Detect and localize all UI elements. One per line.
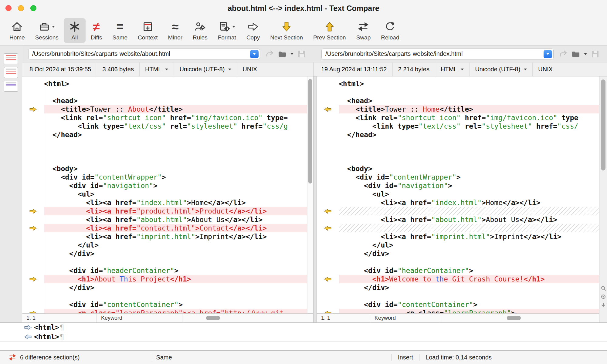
- section-arrow-left-icon[interactable]: [24, 334, 32, 339]
- toolbar-home[interactable]: Home: [4, 18, 30, 43]
- code-line[interactable]: <li><a href="index.html">Home</a></li>: [44, 198, 307, 207]
- folder-menu-chevron-icon[interactable]: [584, 53, 587, 55]
- merge-arrow-left-icon[interactable]: [324, 107, 331, 112]
- code-row[interactable]: <link type="text/css" rel="stylesheet" h…: [317, 122, 599, 130]
- left-horizontal-scrollbar[interactable]: [182, 314, 313, 322]
- code-row[interactable]: <div id="contentContainer">: [317, 300, 599, 309]
- code-line[interactable]: </div>: [44, 249, 307, 258]
- left-path-input[interactable]: [29, 50, 248, 57]
- code-row[interactable]: <div id="headerContainer">: [22, 266, 307, 275]
- code-line[interactable]: <div id="navigation">: [44, 181, 307, 190]
- code-row[interactable]: <body>: [22, 164, 307, 173]
- code-row[interactable]: <title>Tower :: Home</title>: [317, 105, 599, 113]
- right-encoding-select[interactable]: Unicode (UTF-8): [470, 62, 533, 76]
- merge-arrow-left-icon[interactable]: [324, 311, 331, 314]
- code-line[interactable]: [339, 147, 599, 156]
- code-row[interactable]: <div id="navigation">: [317, 181, 599, 190]
- save-icon[interactable]: [297, 49, 306, 59]
- code-line[interactable]: <link type="text/css" rel="stylesheet" h…: [339, 122, 599, 130]
- code-line[interactable]: <body>: [339, 164, 599, 173]
- code-row[interactable]: <link rel="shortcut icon" href="img/favi…: [317, 113, 599, 122]
- code-line[interactable]: </div>: [339, 249, 599, 258]
- code-row[interactable]: <h1>About This Project</h1>: [22, 275, 307, 283]
- code-line[interactable]: <div id="contentWrapper">: [44, 173, 307, 181]
- code-row[interactable]: </div>: [22, 249, 307, 258]
- toolbar-sessions[interactable]: Sessions: [30, 18, 64, 43]
- right-code-pane[interactable]: <html> <head> <title>Tower :: Home</titl…: [317, 76, 599, 322]
- code-row[interactable]: <div id="contentWrapper">: [317, 173, 599, 181]
- zoom-button[interactable]: [30, 5, 36, 11]
- code-row[interactable]: <div id="headerContainer">: [317, 266, 599, 275]
- code-row[interactable]: <div id="contentWrapper">: [22, 173, 307, 181]
- merge-arrow-right-icon[interactable]: [29, 277, 37, 282]
- right-code[interactable]: <html> <head> <title>Tower :: Home</titl…: [317, 76, 599, 313]
- toolbar-context[interactable]: Context: [133, 18, 163, 43]
- code-line[interactable]: [339, 292, 599, 300]
- code-line[interactable]: <li><a href="contact.html">Contact</a></…: [44, 224, 307, 232]
- code-line[interactable]: [44, 292, 307, 300]
- toolbar-copy[interactable]: Copy: [241, 18, 265, 43]
- code-row[interactable]: </div>: [22, 283, 307, 292]
- code-line[interactable]: <h1>Welcome to the Git Crash Course!</h1…: [339, 275, 599, 283]
- toolbar-format[interactable]: Format: [213, 18, 241, 43]
- code-line[interactable]: <p class="learnParagraph"><a href="http:…: [44, 309, 307, 313]
- code-row[interactable]: [22, 147, 307, 156]
- code-line[interactable]: [339, 224, 599, 232]
- code-line[interactable]: <ul>: [339, 190, 599, 198]
- left-encoding-select[interactable]: Unicode (UTF-8): [174, 62, 237, 76]
- code-row[interactable]: <title>Tower :: About</title>: [22, 105, 307, 113]
- code-row[interactable]: [317, 139, 599, 147]
- folder-icon[interactable]: [278, 49, 287, 59]
- right-path-dropdown-button[interactable]: [544, 50, 552, 58]
- close-button[interactable]: [5, 5, 12, 11]
- code-line[interactable]: <link rel="shortcut icon" href="img/favi…: [339, 113, 599, 122]
- code-row[interactable]: [22, 292, 307, 300]
- code-row[interactable]: <li><a href="imprint.html">Imprint</a></…: [317, 232, 599, 241]
- code-line[interactable]: </head>: [44, 130, 307, 139]
- code-line[interactable]: <head>: [44, 96, 307, 105]
- code-line[interactable]: [44, 156, 307, 164]
- toolbar-prev-section[interactable]: Prev Section: [308, 18, 351, 43]
- code-row[interactable]: <div id="contentContainer">: [22, 300, 307, 309]
- folder-menu-chevron-icon[interactable]: [290, 53, 293, 55]
- code-row[interactable]: [317, 258, 599, 266]
- code-row[interactable]: <html>: [317, 79, 599, 88]
- right-path-field[interactable]: [321, 49, 554, 59]
- left-format-select[interactable]: HTML: [140, 62, 174, 76]
- code-line[interactable]: [44, 147, 307, 156]
- overview-thumbnail[interactable]: [4, 67, 18, 78]
- left-code[interactable]: <html> <head> <title>Tower :: About</tit…: [22, 76, 307, 313]
- jump-down-icon[interactable]: [600, 302, 606, 308]
- target-icon[interactable]: [600, 294, 606, 300]
- minimize-button[interactable]: [18, 5, 24, 11]
- merge-arrow-left-icon[interactable]: [324, 209, 331, 214]
- toolbar-all[interactable]: All: [64, 18, 86, 43]
- code-row[interactable]: <li><a href="product.html">Product</a></…: [22, 207, 307, 215]
- right-horizontal-scroll-thumb[interactable]: [507, 316, 521, 320]
- code-line[interactable]: [339, 156, 599, 164]
- code-line[interactable]: <li><a href="product.html">Product</a></…: [44, 207, 307, 215]
- left-vertical-scrollbar[interactable]: [307, 76, 313, 313]
- code-line[interactable]: <li><a href="imprint.html">Imprint</a></…: [44, 232, 307, 241]
- code-row[interactable]: <p class="learnParagraph">: [317, 309, 599, 313]
- code-row[interactable]: <head>: [317, 96, 599, 105]
- code-row[interactable]: [22, 139, 307, 147]
- code-row[interactable]: [22, 156, 307, 164]
- code-row[interactable]: [317, 156, 599, 164]
- code-row[interactable]: </head>: [317, 130, 599, 139]
- code-row[interactable]: [317, 147, 599, 156]
- code-line[interactable]: <li><a href="about.html">About Us</a></l…: [44, 215, 307, 224]
- code-row[interactable]: <li><a href="contact.html">Contact</a></…: [22, 224, 307, 232]
- code-row[interactable]: [22, 258, 307, 266]
- code-row[interactable]: </ul>: [317, 241, 599, 249]
- section-arrow-right-icon[interactable]: [24, 325, 32, 330]
- code-line[interactable]: </ul>: [339, 241, 599, 249]
- code-line[interactable]: <li><a href="imprint.html">Imprint</a></…: [339, 232, 599, 241]
- toolbar-next-section[interactable]: Next Section: [265, 18, 308, 43]
- right-format-select[interactable]: HTML: [435, 62, 470, 76]
- code-line[interactable]: [339, 139, 599, 147]
- code-line[interactable]: <h1>About This Project</h1>: [44, 275, 307, 283]
- code-line[interactable]: <html>: [44, 79, 307, 88]
- merge-arrow-left-icon[interactable]: [324, 226, 331, 231]
- code-row[interactable]: <li><a href="about.html">About Us</a></l…: [317, 215, 599, 224]
